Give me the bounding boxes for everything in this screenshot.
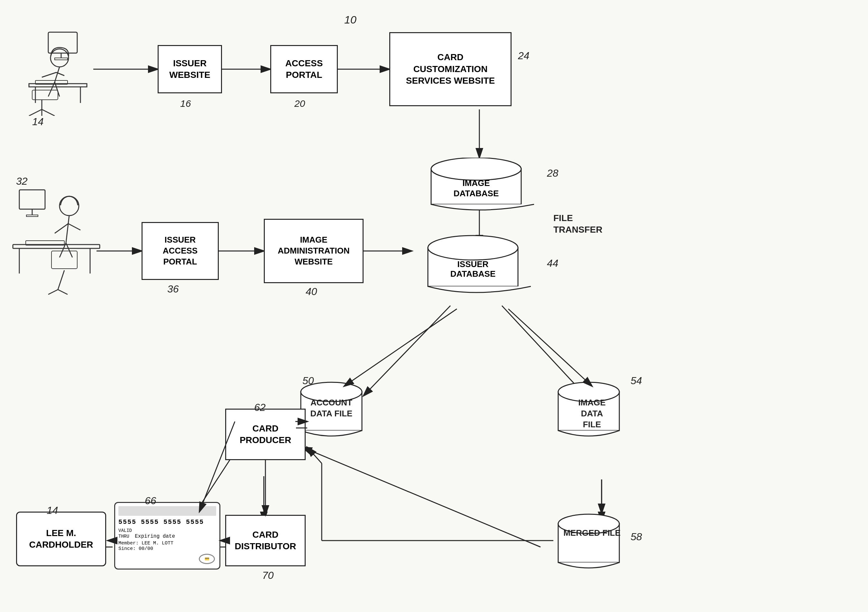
svg-line-14 [302, 447, 541, 547]
person-top-figure [10, 26, 93, 116]
svg-text:ISSUER: ISSUER [457, 259, 489, 269]
issuer-access-portal-box: ISSUER ACCESS PORTAL [141, 222, 219, 280]
ref-14-bottom: 14 [46, 505, 58, 516]
ref-70: 70 [262, 570, 274, 581]
svg-text:IMAGE: IMAGE [462, 178, 490, 188]
file-transfer-label: FILETRANSFER [553, 212, 602, 236]
ref-20: 20 [294, 98, 305, 109]
diagram-container: 10 [0, 0, 868, 612]
ref-40: 40 [305, 286, 317, 297]
ref-50: 50 [302, 375, 314, 387]
ref-62: 62 [254, 401, 266, 414]
ref-24: 24 [518, 50, 530, 62]
ref-58: 58 [631, 531, 642, 543]
svg-line-27 [29, 109, 42, 116]
ref-14-top: 14 [32, 116, 44, 128]
ref-32: 32 [16, 175, 28, 187]
ref-54: 54 [631, 375, 642, 387]
card-producer-box: CARD PRODUCER [225, 409, 305, 460]
person-mid-figure [10, 180, 103, 296]
svg-rect-29 [32, 90, 58, 100]
svg-rect-46 [26, 215, 38, 217]
svg-line-72 [307, 447, 322, 463]
image-data-file-label: IMAGEDATAFILE [560, 397, 624, 430]
card-distributor-box: CARD DISTRIBUTOR [225, 515, 305, 566]
merged-file-cylinder [553, 511, 624, 577]
svg-line-31 [55, 67, 59, 82]
lee-cardholder-box: LEE M. CARDHOLDER [16, 511, 106, 566]
svg-line-53 [58, 290, 68, 294]
merged-file-label: MERGED FILE [560, 528, 624, 539]
issuer-database-cylinder: ISSUER DATABASE [422, 235, 537, 301]
credit-card-66: 5555 5555 5555 5555 VALIDTHRU Expiring d… [114, 502, 220, 570]
card-customization-box: CARD CUSTOMIZATION SERVICES WEBSITE [389, 32, 512, 106]
image-database-cylinder: IMAGE DATABASE [425, 158, 541, 217]
svg-line-32 [42, 73, 56, 77]
svg-line-52 [48, 290, 58, 294]
svg-rect-21 [55, 58, 68, 60]
ref-28: 28 [547, 167, 558, 179]
svg-text:DATABASE: DATABASE [450, 269, 496, 279]
access-portal-box: ACCESS PORTAL [270, 45, 338, 93]
ref-66: 66 [145, 495, 157, 507]
svg-line-10 [364, 306, 450, 396]
svg-line-56 [66, 215, 69, 243]
svg-line-28 [42, 109, 55, 116]
svg-text:DATABASE: DATABASE [454, 189, 499, 198]
svg-rect-54 [51, 251, 77, 269]
ref-10: 10 [344, 14, 356, 26]
ref-36: 36 [167, 283, 179, 295]
account-data-file-label: ACCOUNTDATA FILE [299, 397, 364, 419]
svg-line-60 [66, 243, 72, 257]
ref-16: 16 [180, 98, 191, 109]
image-admin-box: IMAGE ADMINISTRATION WEBSITE [264, 219, 364, 283]
svg-line-51 [58, 270, 64, 290]
svg-line-77 [344, 309, 457, 386]
ref-44: 44 [547, 257, 558, 269]
svg-rect-44 [19, 190, 45, 209]
svg-line-58 [68, 224, 81, 230]
svg-line-78 [508, 309, 592, 386]
svg-point-41 [428, 236, 518, 260]
svg-line-57 [55, 224, 68, 233]
issuer-website-box: ISSUER WEBSITE [158, 45, 222, 93]
svg-point-37 [431, 158, 521, 180]
